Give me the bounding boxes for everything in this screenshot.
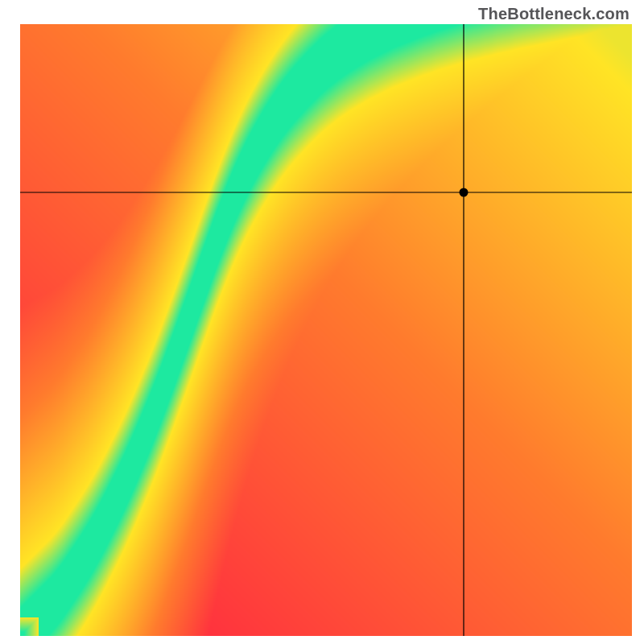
heatmap-canvas: [0, 0, 644, 644]
chart-container: TheBottleneck.com: [0, 0, 644, 644]
watermark-text: TheBottleneck.com: [478, 5, 630, 23]
